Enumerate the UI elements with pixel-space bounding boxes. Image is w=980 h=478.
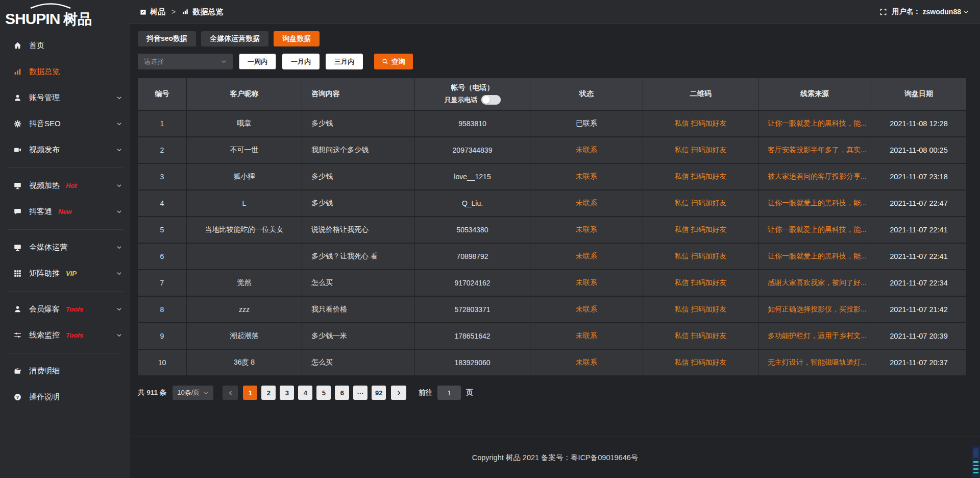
page-button-92[interactable]: 92 (372, 386, 386, 400)
floating-widget[interactable] (972, 446, 980, 477)
table-row: 4L多少钱Q_Liu.未联系私信 扫码加好友让你一眼就爱上的黑科技，能...20… (138, 190, 966, 216)
cell-qrcode-link[interactable]: 私信 扫码加好友 (643, 111, 758, 136)
filter-select[interactable]: 请选择 (138, 54, 233, 69)
cell-status: 已联系 (530, 111, 643, 136)
page-unit-label: 页 (466, 388, 473, 397)
page-size-value: 10条/页 (177, 388, 200, 397)
breadcrumb-current[interactable]: 数据总览 (192, 7, 223, 17)
cell-id: 5 (138, 217, 186, 243)
cell-qrcode-link[interactable]: 私信 扫码加好友 (643, 217, 758, 243)
pagination: 共 911 条 10条/页 123456···92 (138, 386, 966, 400)
chevron-down-icon (116, 121, 122, 127)
goto-page-input[interactable]: 1 (437, 386, 461, 400)
next-page-button[interactable] (391, 386, 406, 400)
page-button-5[interactable]: 5 (316, 386, 331, 400)
sidebar-item-account-management[interactable]: 账号管理 (0, 85, 130, 111)
cell-source-link[interactable]: 让你一眼就爱上的黑科技，能... (758, 244, 871, 269)
sidebar-item-home[interactable]: 首页 (0, 33, 130, 59)
sidebar-item-badge: New (58, 208, 72, 216)
sidebar-item-data-overview[interactable]: 数据总览 (0, 59, 130, 85)
sidebar-item-operation-guide[interactable]: ?操作说明 (0, 384, 130, 410)
sidebar-item-douketong[interactable]: 抖客通New (0, 199, 130, 225)
page-size-select[interactable]: 10条/页 (173, 386, 213, 400)
page-button-2[interactable]: 2 (261, 386, 276, 400)
page-button-4[interactable]: 4 (298, 386, 312, 400)
chevron-down-icon (116, 306, 122, 312)
screen-icon (13, 181, 22, 190)
page-button-6[interactable]: 6 (335, 386, 349, 400)
col-nickname: 客户昵称 (187, 78, 302, 110)
cell-date: 2021-11-07 22:47 (871, 190, 966, 216)
tab-omni-media-data[interactable]: 全媒体运营数据 (201, 31, 268, 46)
cell-qrcode-link[interactable]: 私信 扫码加好友 (643, 297, 758, 322)
table-body: 1哦章多少钱9583810已联系私信 扫码加好友让你一眼就爱上的黑科技，能...… (138, 111, 966, 375)
cell-qrcode-link[interactable]: 私信 扫码加好友 (643, 137, 758, 163)
tab-douyin-seo-data[interactable]: 抖音seo数据 (138, 31, 196, 46)
cell-qrcode-link[interactable]: 私信 扫码加好友 (643, 164, 758, 189)
cell-content: 多少钱一米 (302, 323, 414, 349)
cell-content: 我想问这个多少钱 (302, 137, 414, 163)
cell-qrcode-link[interactable]: 私信 扫码加好友 (643, 244, 758, 269)
sidebar-item-douyin-seo[interactable]: 抖音SEO (0, 111, 130, 137)
sidebar-item-label: 视频加热 (29, 181, 60, 190)
home-icon (13, 41, 22, 50)
breadcrumb-app[interactable]: 树品 (150, 7, 165, 17)
table-row: 6多少钱？让我死心 看70898792未联系私信 扫码加好友让你一眼就爱上的黑科… (138, 244, 966, 269)
sidebar-item-lead-monitor[interactable]: 线索监控Tools (0, 322, 130, 348)
cell-qrcode-link[interactable]: 私信 扫码加好友 (643, 190, 758, 216)
cell-source-link[interactable]: 客厅安装投影半年多了，真实... (758, 137, 871, 163)
cell-qrcode-link[interactable]: 私信 扫码加好友 (643, 323, 758, 349)
range-button-month[interactable]: 一月内 (282, 54, 320, 69)
cell-id: 10 (138, 350, 186, 375)
chevron-down-icon (116, 95, 122, 101)
fullscreen-icon[interactable] (879, 8, 887, 16)
table-row: 9潮起潮落多少钱一米178651642未联系私信 扫码加好友多功能护栏灯，适用于… (138, 323, 966, 349)
table-row: 8zzz我只看价格572803371未联系私信 扫码加好友如何正确选择投影仪，买… (138, 297, 966, 322)
prev-page-button[interactable] (223, 386, 238, 400)
cell-account: 178651642 (415, 323, 530, 349)
cell-account: 183929060 (415, 350, 530, 375)
user-menu[interactable]: 用户名： zswodun88 (892, 7, 969, 16)
range-button-week[interactable]: 一周内 (239, 54, 276, 69)
page-button-1[interactable]: 1 (243, 386, 257, 400)
cell-nickname (187, 244, 302, 269)
sidebar-item-video-heating[interactable]: 视频加热Hot (0, 173, 130, 199)
cell-source-link[interactable]: 如何正确选择投影仪，买投影... (758, 297, 871, 322)
cell-qrcode-link[interactable]: 私信 扫码加好友 (643, 270, 758, 296)
cell-source-link[interactable]: 多功能护栏灯，适用于乡村文... (758, 323, 871, 349)
cell-source-link[interactable]: 让你一眼就爱上的黑科技，能... (758, 217, 871, 243)
sidebar-item-label: 首页 (29, 41, 44, 51)
bar-chart-icon (13, 67, 22, 76)
cell-source-link[interactable]: 被大家追着问的客厅投影分享... (758, 164, 871, 189)
app-logo[interactable]: SHUPIN 树品 (0, 0, 130, 29)
sidebar-divider (7, 291, 123, 292)
table-row: 5当地比较能吃的一位美女说说价格让我死心50534380未联系私信 扫码加好友让… (138, 217, 966, 243)
query-button[interactable]: 查询 (374, 54, 413, 69)
cell-date: 2021-11-07 20:39 (871, 323, 966, 349)
sidebar-item-matrix-boost[interactable]: 矩阵助推VIP (0, 260, 130, 286)
cell-status: 未联系 (530, 164, 643, 189)
chat-icon (13, 207, 22, 216)
cell-qrcode-link[interactable]: 私信 扫码加好友 (643, 350, 758, 375)
cell-source-link[interactable]: 无主灯设计，智能磁吸轨道灯... (758, 350, 871, 375)
phone-only-toggle[interactable] (481, 95, 501, 105)
sidebar-divider (7, 229, 123, 230)
sidebar-item-video-publish[interactable]: 视频发布 (0, 137, 130, 163)
tab-inquiry-data[interactable]: 询盘数据 (274, 31, 320, 46)
cell-id: 3 (138, 164, 186, 189)
page-button-3[interactable]: 3 (280, 386, 294, 400)
sidebar-item-label: 抖客通 (29, 207, 52, 217)
page-ellipsis-button[interactable]: ··· (353, 386, 368, 400)
sidebar-item-member-baoke[interactable]: 会员爆客Tools (0, 296, 130, 322)
breadcrumb: 树品 > 数据总览 (140, 7, 223, 17)
cell-source-link[interactable]: 感谢大家喜欢我家，被问了好... (758, 270, 871, 296)
cell-id: 2 (138, 137, 186, 163)
query-button-label: 查询 (391, 57, 405, 66)
cell-source-link[interactable]: 让你一眼就爱上的黑科技，能... (758, 190, 871, 216)
range-button-quarter[interactable]: 三月内 (326, 54, 363, 69)
sidebar-item-consumption-detail[interactable]: 消费明细 (0, 358, 130, 384)
chevron-down-icon (116, 209, 122, 214)
cell-source-link[interactable]: 让你一眼就爱上的黑科技，能... (758, 111, 871, 136)
col-content: 咨询内容 (302, 78, 414, 110)
sidebar-item-omni-media[interactable]: 全媒体运营 (0, 234, 130, 260)
